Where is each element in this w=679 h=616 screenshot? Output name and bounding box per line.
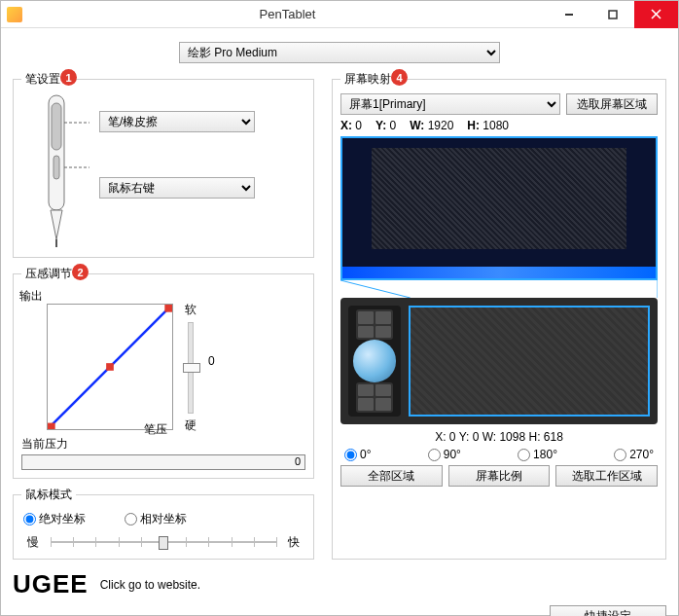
screen-select[interactable]: 屏幕1[Primary] bbox=[340, 93, 560, 115]
quick-settings-button[interactable]: 快捷设定 bbox=[550, 605, 666, 616]
mouse-mode-group: 鼠标模式 绝对坐标 相对坐标 慢 bbox=[13, 487, 314, 560]
rotate-270-radio[interactable]: 270° bbox=[614, 448, 654, 461]
app-window: PenTablet 绘影 Pro Medium 笔设置1 bbox=[0, 0, 679, 616]
tagline: Click go to website. bbox=[100, 578, 200, 592]
screen-preview[interactable] bbox=[340, 136, 658, 280]
mouse-legend: 鼠标模式 bbox=[21, 487, 76, 503]
dial-icon bbox=[353, 340, 396, 381]
marker-2: 2 bbox=[72, 264, 89, 280]
hardness-slider[interactable]: 软 硬 bbox=[185, 288, 197, 434]
close-button[interactable] bbox=[634, 1, 678, 28]
marker-1: 1 bbox=[60, 69, 77, 86]
fast-label: 快 bbox=[282, 534, 305, 551]
pick-work-area-button[interactable]: 选取工作区域 bbox=[555, 465, 658, 487]
device-select[interactable]: 绘影 Pro Medium bbox=[179, 42, 500, 63]
hard-label: 硬 bbox=[185, 417, 197, 434]
current-pressure-label: 当前压力 bbox=[21, 436, 305, 453]
svg-line-14 bbox=[340, 280, 411, 298]
speed-slider[interactable] bbox=[51, 533, 276, 551]
press-label: 笔压 bbox=[144, 421, 167, 438]
full-area-button[interactable]: 全部区域 bbox=[340, 465, 443, 487]
svg-rect-6 bbox=[54, 156, 59, 179]
window-title: PenTablet bbox=[28, 7, 547, 21]
rotate-180-radio[interactable]: 180° bbox=[518, 448, 557, 461]
hardness-value: 0 bbox=[208, 354, 215, 368]
pen-button1-select[interactable]: 笔/橡皮擦 bbox=[99, 111, 255, 132]
relative-radio[interactable]: 相对坐标 bbox=[125, 511, 187, 527]
svg-rect-11 bbox=[48, 423, 55, 429]
output-label: 输出 bbox=[19, 288, 43, 305]
app-icon bbox=[7, 7, 22, 22]
svg-rect-12 bbox=[106, 363, 114, 371]
pen-illustration bbox=[21, 93, 89, 249]
screen-coords: X: 0 Y: 0 W: 1920 H: 1080 bbox=[340, 119, 658, 132]
pen-settings-group: 笔设置1 bbox=[13, 71, 314, 258]
pressure-curve[interactable] bbox=[47, 304, 173, 430]
tablet-preview[interactable] bbox=[340, 298, 658, 424]
screen-ratio-button[interactable]: 屏幕比例 bbox=[448, 465, 551, 487]
pen-legend: 笔设置1 bbox=[21, 71, 64, 88]
svg-rect-1 bbox=[609, 11, 617, 18]
pen-button2-select[interactable]: 鼠标右键 bbox=[99, 177, 255, 199]
rotate-90-radio[interactable]: 90° bbox=[428, 448, 461, 461]
pressure-group: 压感调节2 输出 bbox=[13, 266, 314, 479]
pick-screen-area-button[interactable]: 选取屏幕区域 bbox=[566, 93, 658, 115]
svg-rect-13 bbox=[164, 305, 172, 312]
soft-label: 软 bbox=[185, 302, 197, 318]
pressure-legend: 压感调节2 bbox=[21, 266, 76, 282]
slow-label: 慢 bbox=[21, 534, 45, 551]
titlebar: PenTablet bbox=[1, 1, 678, 28]
brand-logo[interactable]: UGEE bbox=[13, 569, 89, 599]
mapping-lines bbox=[340, 280, 658, 298]
mapping-legend: 屏幕映射4 bbox=[340, 71, 395, 88]
tablet-coords: X: 0 Y: 0 W: 1098 H: 618 bbox=[340, 430, 658, 444]
svg-rect-5 bbox=[52, 103, 61, 150]
rotate-0-radio[interactable]: 0° bbox=[344, 448, 371, 461]
current-pressure-bar: 0 bbox=[21, 454, 305, 470]
absolute-radio[interactable]: 绝对坐标 bbox=[23, 511, 86, 527]
screen-mapping-group: 屏幕映射4 屏幕1[Primary] 选取屏幕区域 X: 0 Y: 0 W: 1… bbox=[332, 71, 666, 560]
maximize-button[interactable] bbox=[590, 1, 634, 28]
marker-4: 4 bbox=[391, 69, 408, 86]
minimize-button[interactable] bbox=[547, 1, 590, 28]
